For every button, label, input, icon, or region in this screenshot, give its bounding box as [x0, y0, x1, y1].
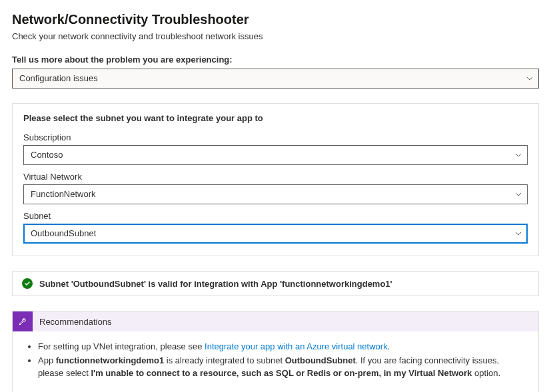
subnet-label: Subnet — [23, 211, 528, 221]
page-title: Network/Connectivity Troubleshooter — [12, 12, 539, 27]
page-subtitle: Check your network connectivity and trou… — [12, 31, 539, 41]
recommendations-header: Recommendations — [13, 311, 538, 331]
success-check-icon — [22, 278, 33, 289]
rec-text: App — [38, 355, 56, 365]
rec-text: is already integrated to subnet — [164, 355, 284, 365]
virtual-network-label: Virtual Network — [23, 172, 528, 182]
validation-panel: Subnet 'OutboundSubnet' is valid for int… — [12, 271, 539, 296]
recommendations-title: Recommendations — [39, 317, 111, 327]
wrench-icon — [13, 311, 33, 331]
validation-message: Subnet 'OutboundSubnet' is valid for int… — [39, 279, 392, 289]
subnet-select[interactable]: OutboundSubnet — [23, 224, 528, 244]
virtual-network-select[interactable]: FunctionNetwork — [23, 184, 528, 204]
rec-text: . — [388, 341, 390, 351]
app-name: functionnetworkingdemo1 — [56, 355, 165, 365]
recommendations-panel: Recommendations For setting up VNet inte… — [12, 311, 539, 392]
subscription-select[interactable]: Contoso — [23, 145, 528, 165]
subscription-label: Subscription — [23, 132, 528, 142]
subnet-panel-title: Please select the subnet you want to int… — [23, 113, 528, 123]
rec-text: For setting up VNet integration, please … — [38, 341, 205, 351]
recommendation-item: App functionnetworkingdemo1 is already i… — [38, 355, 526, 380]
rec-text: option. — [472, 368, 500, 378]
subnet-panel: Please select the subnet you want to int… — [12, 103, 539, 256]
recommendations-body: For setting up VNet integration, please … — [13, 331, 538, 392]
problem-prompt-label: Tell us more about the problem you are e… — [12, 55, 539, 65]
option-name: I'm unable to connect to a resource, suc… — [91, 368, 472, 378]
subnet-name: OutboundSubnet — [285, 355, 356, 365]
vnet-integration-link[interactable]: Integrate your app with an Azure virtual… — [205, 341, 388, 351]
recommendation-item: For setting up VNet integration, please … — [38, 341, 526, 353]
problem-select[interactable]: Configuration issues — [12, 69, 539, 89]
